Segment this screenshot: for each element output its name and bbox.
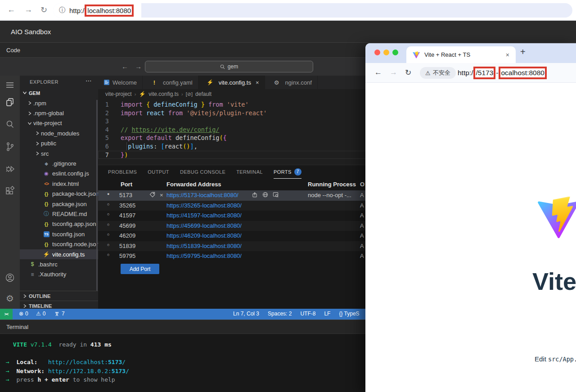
breadcrumb-separator: › bbox=[181, 91, 183, 97]
status-item[interactable]: LF bbox=[324, 311, 330, 317]
status-item[interactable]: {} TypeS bbox=[339, 311, 359, 317]
tree-item-tsconfig-json[interactable]: TStsconfig.json bbox=[20, 229, 98, 239]
panel-tab-problems[interactable]: PROBLEMS bbox=[108, 165, 137, 179]
remote-indicator[interactable]: >< bbox=[0, 309, 13, 320]
breadcrumb-symbol[interactable]: default bbox=[195, 91, 212, 97]
url-text[interactable]: http:/localhost:8080 bbox=[69, 3, 134, 18]
close-port-icon[interactable]: × bbox=[160, 192, 163, 198]
minimize-window-button[interactable] bbox=[383, 50, 389, 55]
status-item[interactable]: Spaces: 2 bbox=[268, 311, 292, 317]
tree-item-vite-config-ts[interactable]: ⚡vite.config.ts bbox=[20, 249, 98, 259]
tag-icon[interactable] bbox=[149, 192, 155, 198]
forwarded-address-link[interactable]: https://51839-localhost:8080/ bbox=[166, 243, 242, 249]
tab-welcome[interactable]: Welcome bbox=[98, 76, 143, 89]
tab-vite-config-ts[interactable]: ⚡vite.config.ts× bbox=[198, 76, 265, 89]
open-in-browser-icon[interactable] bbox=[262, 192, 268, 198]
address-bar[interactable]: ⓘ http:/localhost:8080 bbox=[53, 3, 572, 18]
vite-logo[interactable] bbox=[537, 197, 576, 239]
tree-item--npm-global[interactable]: .npm-global bbox=[20, 108, 98, 118]
forwarded-address-link[interactable]: https://59795-localhost:8080/ bbox=[166, 252, 242, 259]
tree-item--xauthority[interactable]: ≡.Xauthority bbox=[20, 270, 98, 279]
tree-item-label: .npm-global bbox=[33, 110, 64, 117]
port-status-icon: ○ bbox=[107, 243, 109, 247]
tree-item-public[interactable]: public bbox=[20, 139, 98, 149]
col-origin: O bbox=[360, 181, 364, 188]
account-icon[interactable] bbox=[5, 273, 15, 283]
tree-item-readme-md[interactable]: ⓘREADME.md bbox=[20, 209, 98, 219]
add-port-button[interactable]: Add Port bbox=[121, 264, 159, 274]
col-forwarded-address: Forwarded Address bbox=[166, 181, 221, 188]
extensions-icon[interactable] bbox=[5, 186, 15, 196]
tree-item-src[interactable]: src bbox=[20, 149, 98, 158]
errors-status[interactable]: ⊗0 bbox=[19, 311, 28, 317]
tree-item-eslint-config-js[interactable]: ◉eslint.config.js bbox=[20, 169, 98, 179]
forwarded-address-link[interactable]: https://35265-localhost:8080/ bbox=[166, 202, 242, 209]
source-control-icon[interactable] bbox=[5, 142, 15, 152]
search-icon[interactable] bbox=[5, 119, 15, 129]
more-actions-icon[interactable]: ⋯ bbox=[86, 77, 92, 84]
panel-tab-output[interactable]: OUTPUT bbox=[148, 165, 169, 179]
back-icon[interactable]: ← bbox=[7, 5, 15, 14]
popup-address-text[interactable]: http://5173-ocalhost:8080 bbox=[458, 63, 547, 83]
forwarded-address-link[interactable]: https://45699-localhost:8080/ bbox=[166, 222, 242, 229]
explorer-icon[interactable] bbox=[5, 97, 15, 107]
readme-icon: ⓘ bbox=[43, 210, 50, 218]
tree-item--gitignore[interactable]: ◆.gitignore bbox=[20, 158, 98, 168]
close-window-button[interactable] bbox=[374, 50, 380, 55]
port-origin: A bbox=[360, 222, 364, 229]
vscode-command-search[interactable]: gem bbox=[145, 61, 313, 72]
status-item[interactable]: Ln 7, Col 3 bbox=[233, 311, 259, 317]
vscode-back-icon[interactable]: ← bbox=[122, 63, 128, 70]
gear-icon: ⚙ bbox=[273, 79, 280, 86]
warnings-status[interactable]: ⚠0 bbox=[36, 311, 45, 317]
maximize-window-button[interactable] bbox=[392, 50, 398, 55]
panel-tab-ports[interactable]: PORTS7 bbox=[274, 165, 302, 179]
json-icon: {} bbox=[43, 242, 50, 247]
forwarded-address-link[interactable]: https://5173-localhost:8080/ bbox=[166, 192, 238, 198]
forward-icon[interactable]: → bbox=[24, 5, 32, 14]
tree-item-node-modules[interactable]: node_modules bbox=[20, 128, 98, 138]
panel-tab-terminal[interactable]: TERMINAL bbox=[236, 165, 263, 179]
close-tab-icon[interactable]: × bbox=[256, 79, 259, 86]
status-item[interactable]: UTF-8 bbox=[300, 311, 315, 317]
sidebar-scrollbar[interactable] bbox=[96, 100, 98, 291]
breadcrumb-folder[interactable]: vite-project bbox=[105, 91, 132, 97]
tree-item-tsconfig-node-json[interactable]: {}tsconfig.node.json bbox=[20, 239, 98, 249]
tab-nginx-conf[interactable]: ⚙nginx.conf bbox=[265, 76, 318, 89]
tree-item--bashrc[interactable]: $.bashrc bbox=[20, 259, 98, 269]
security-label: 不安全 bbox=[433, 69, 450, 77]
panel-tab-debug-console[interactable]: DEBUG CONSOLE bbox=[180, 165, 225, 179]
forwarded-address-link[interactable]: https://41597-localhost:8080/ bbox=[166, 212, 242, 219]
close-tab-icon[interactable]: × bbox=[506, 51, 509, 59]
tree-item-vite-project[interactable]: vite-project bbox=[20, 118, 98, 128]
new-tab-icon[interactable]: + bbox=[520, 47, 526, 57]
breadcrumb-file[interactable]: vite.config.ts bbox=[148, 91, 179, 97]
panel-tabs: PROBLEMSOUTPUTDEBUG CONSOLETERMINALPORTS… bbox=[98, 165, 302, 179]
vscode-forward-icon[interactable]: → bbox=[135, 63, 142, 70]
preview-icon[interactable] bbox=[273, 192, 279, 198]
tree-item--npm[interactable]: .npm bbox=[20, 98, 98, 108]
security-badge[interactable]: ⚠ 不安全 bbox=[420, 67, 456, 79]
outline-section[interactable]: OUTLINE bbox=[20, 291, 98, 301]
tab-config-yaml[interactable]: !config.yaml bbox=[143, 76, 198, 89]
reload-icon[interactable]: ↻ bbox=[40, 5, 47, 15]
workspace-root[interactable]: GEM bbox=[20, 88, 98, 98]
forwarded-address-link[interactable]: https://46209-localhost:8080/ bbox=[166, 232, 242, 239]
reload-icon[interactable]: ↻ bbox=[405, 68, 411, 77]
run-debug-icon[interactable] bbox=[5, 164, 15, 174]
tree-item-tsconfig-app-json[interactable]: {}tsconfig.app.json bbox=[20, 219, 98, 229]
file-tree: .npm.npm-globalvite-projectnode_modulesp… bbox=[20, 98, 98, 279]
settings-gear-icon[interactable]: ⚙ bbox=[5, 293, 15, 303]
timeline-section[interactable]: TIMELINE bbox=[20, 301, 98, 309]
port-status-icon: ○ bbox=[107, 252, 109, 257]
tree-item-package-lock-json[interactable]: {}package-lock.json bbox=[20, 189, 98, 199]
tree-item-package-json[interactable]: {}package.json bbox=[20, 199, 98, 209]
ports-status[interactable]: 7 bbox=[54, 311, 65, 317]
menu-icon[interactable] bbox=[5, 80, 15, 90]
tree-item-label: README.md bbox=[52, 211, 87, 217]
back-icon[interactable]: ← bbox=[374, 68, 382, 77]
page-info-icon[interactable]: ⓘ bbox=[59, 6, 65, 14]
popup-active-tab[interactable]: Vite + React + TS × bbox=[406, 46, 516, 63]
copy-address-icon[interactable] bbox=[252, 192, 258, 198]
tree-item-index-html[interactable]: <>index.html bbox=[20, 179, 98, 189]
